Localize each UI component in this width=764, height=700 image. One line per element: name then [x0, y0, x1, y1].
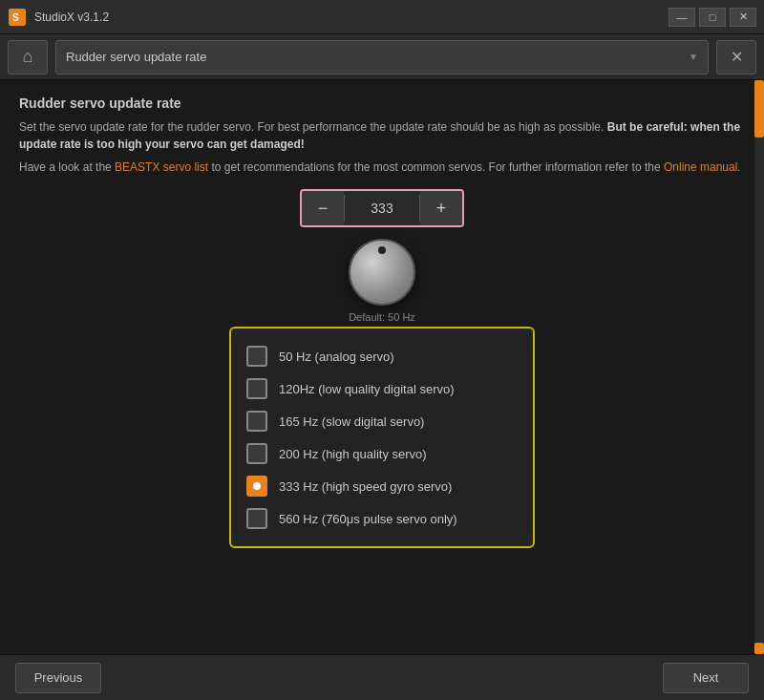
radio-label-120hz: 120Hz (low quality digital servo) [279, 382, 455, 396]
window-controls: — □ ✕ [668, 8, 756, 27]
radio-list-container: 50 Hz (analog servo) 120Hz (low quality … [229, 327, 535, 548]
radio-label-560hz: 560 Hz (760μs pulse servo only) [279, 512, 457, 526]
close-icon: ✕ [731, 48, 743, 66]
links-middle: to get recommendations for the most comm… [208, 160, 664, 174]
links-dot: . [737, 160, 740, 174]
radio-button-165hz[interactable] [246, 411, 267, 432]
beastx-link[interactable]: BEASTX servo list [115, 160, 208, 174]
page-dropdown[interactable]: Rudder servo update rate ▼ [55, 40, 709, 74]
minimize-button[interactable]: — [668, 8, 695, 27]
page-title: Rudder servo update rate [19, 95, 745, 111]
close-section-button[interactable]: ✕ [716, 40, 756, 74]
radio-item-120hz[interactable]: 120Hz (low quality digital servo) [246, 372, 518, 405]
increment-button[interactable]: + [420, 191, 462, 225]
knob-indicator [378, 246, 386, 254]
scrollbar-thumb-top [754, 80, 764, 138]
radio-button-50hz[interactable] [246, 346, 267, 367]
desc-line1: Set the servo update rate for the rudder… [19, 120, 604, 134]
main-content: Rudder servo update rate Set the servo u… [0, 80, 764, 654]
page-links: Have a look at the BEASTX servo list to … [19, 160, 745, 174]
window-title: StudioX v3.1.2 [34, 11, 668, 24]
knob-container: Default: 50 Hz [19, 239, 745, 323]
toolbar: ⌂ Rudder servo update rate ▼ ✕ [0, 34, 764, 80]
home-button[interactable]: ⌂ [8, 40, 48, 74]
next-button[interactable]: Next [663, 663, 749, 693]
scrollbar-track[interactable] [754, 80, 764, 654]
spinner-box: − 333 + [300, 189, 464, 227]
radio-item-333hz[interactable]: 333 Hz (high speed gyro servo) [246, 470, 518, 502]
spinner-value: 333 [344, 195, 420, 222]
knob[interactable] [349, 239, 415, 306]
title-bar: S StudioX v3.1.2 — □ ✕ [0, 0, 764, 34]
online-manual-link[interactable]: Online manual [664, 160, 737, 174]
page-description: Set the servo update rate for the rudder… [19, 118, 745, 153]
radio-button-200hz[interactable] [246, 443, 267, 464]
radio-label-50hz: 50 Hz (analog servo) [279, 350, 394, 364]
links-text: Have a look at the [19, 160, 115, 174]
close-window-button[interactable]: ✕ [730, 8, 756, 27]
maximize-button[interactable]: □ [699, 8, 726, 27]
radio-item-165hz[interactable]: 165 Hz (slow digital servo) [246, 405, 518, 437]
decrement-button[interactable]: − [302, 191, 344, 225]
main-wrapper: Rudder servo update rate Set the servo u… [0, 80, 764, 654]
dropdown-selected-label: Rudder servo update rate [66, 50, 689, 64]
radio-item-560hz[interactable]: 560 Hz (760μs pulse servo only) [246, 502, 518, 535]
svg-text:S: S [12, 12, 19, 23]
radio-button-560hz[interactable] [246, 508, 267, 529]
radio-button-120hz[interactable] [246, 378, 267, 399]
knob-default-label: Default: 50 Hz [349, 311, 415, 323]
chevron-down-icon: ▼ [689, 52, 698, 62]
home-icon: ⌂ [23, 47, 33, 67]
radio-label-165hz: 165 Hz (slow digital servo) [279, 414, 424, 429]
bottom-bar: Previous Next [0, 654, 764, 700]
radio-label-333hz: 333 Hz (high speed gyro servo) [279, 479, 452, 494]
radio-item-50hz[interactable]: 50 Hz (analog servo) [246, 340, 518, 372]
radio-item-200hz[interactable]: 200 Hz (high quality servo) [246, 437, 518, 470]
app-icon: S [8, 8, 27, 27]
radio-label-200hz: 200 Hz (high quality servo) [279, 447, 427, 461]
previous-button[interactable]: Previous [15, 663, 101, 693]
scrollbar-thumb-bottom [754, 643, 764, 654]
radio-button-333hz[interactable] [246, 476, 267, 497]
spinner-control: − 333 + [19, 189, 745, 227]
